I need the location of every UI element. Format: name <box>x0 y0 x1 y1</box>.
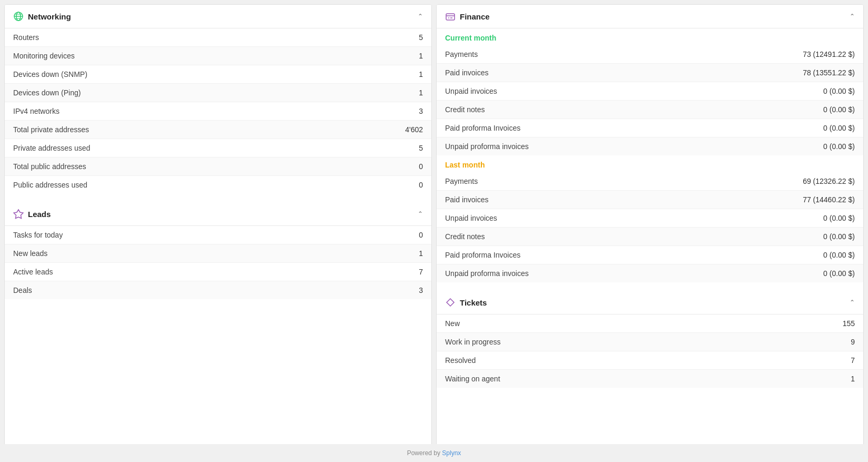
row-value: 73 (12491.22 $) <box>803 50 855 58</box>
table-row: Paid invoices78 (13551.22 $) <box>437 64 863 82</box>
row-label: Work in progress <box>445 338 501 346</box>
row-value: 1 <box>419 249 423 258</box>
table-row: Public addresses used0 <box>5 176 431 194</box>
finance-title: Finance <box>445 11 490 22</box>
row-label: Private addresses used <box>13 144 90 152</box>
table-row: Unpaid proforma invoices0 (0.00 $) <box>437 137 863 155</box>
table-row: Paid proforma Invoices0 (0.00 $) <box>437 119 863 137</box>
table-row: Payments73 (12491.22 $) <box>437 45 863 64</box>
row-label: Unpaid invoices <box>445 87 497 95</box>
networking-chevron-icon: ⌃ <box>418 13 423 20</box>
table-row: Routers5 <box>5 28 431 47</box>
networking-section: Networking ⌃ Routers5Monitoring devices1… <box>5 5 431 198</box>
row-label: Paid proforma Invoices <box>445 251 520 259</box>
leads-chevron-icon: ⌃ <box>418 210 423 218</box>
row-value: 0 (0.00 $) <box>823 232 855 241</box>
row-value: 1 <box>419 70 423 78</box>
table-row: Payments69 (12326.22 $) <box>437 172 863 191</box>
finance-last-rows: Payments69 (12326.22 $)Paid invoices77 (… <box>437 172 863 282</box>
leads-header[interactable]: Leads ⌃ <box>5 202 431 226</box>
row-label: Credit notes <box>445 232 485 241</box>
footer: Powered by Splynx <box>0 444 868 462</box>
row-value: 0 (0.00 $) <box>823 105 855 114</box>
leads-title: Leads <box>13 209 51 219</box>
finance-chevron-icon: ⌃ <box>850 13 855 20</box>
row-label: Routers <box>13 33 39 42</box>
table-row: Paid proforma Invoices0 (0.00 $) <box>437 246 863 264</box>
row-label: Paid invoices <box>445 68 489 77</box>
tickets-section: Tickets ⌃ New155Work in progress9Resolve… <box>437 291 863 392</box>
row-label: Devices down (Ping) <box>13 89 81 97</box>
table-row: Total public addresses0 <box>5 158 431 176</box>
row-value: 3 <box>419 286 423 294</box>
row-label: IPv4 networks <box>13 107 60 115</box>
tickets-title: Tickets <box>445 297 487 308</box>
networking-title: Networking <box>13 11 71 22</box>
leads-icon <box>13 209 24 219</box>
row-label: Unpaid proforma invoices <box>445 142 529 151</box>
row-label: Paid invoices <box>445 195 489 204</box>
tickets-chevron-icon: ⌃ <box>850 299 855 306</box>
table-row: New leads1 <box>5 244 431 263</box>
table-row: New155 <box>437 314 863 333</box>
table-row: Waiting on agent1 <box>437 370 863 388</box>
current-month-label: Current month <box>437 28 863 45</box>
row-value: 1 <box>851 375 855 383</box>
tickets-header[interactable]: Tickets ⌃ <box>437 291 863 314</box>
row-label: Tasks for today <box>13 231 63 239</box>
row-label: Payments <box>445 50 478 58</box>
row-value: 1 <box>419 52 423 60</box>
table-row: Active leads7 <box>5 263 431 281</box>
svg-rect-5 <box>446 14 455 20</box>
table-row: Credit notes0 (0.00 $) <box>437 228 863 246</box>
table-row: Tasks for today0 <box>5 226 431 244</box>
row-value: 78 (13551.22 $) <box>803 68 855 77</box>
table-row: Credit notes0 (0.00 $) <box>437 101 863 119</box>
table-row: Unpaid invoices0 (0.00 $) <box>437 82 863 101</box>
networking-rows: Routers5Monitoring devices1Devices down … <box>5 28 431 198</box>
row-value: 0 (0.00 $) <box>823 87 855 95</box>
row-label: Resolved <box>445 356 476 365</box>
networking-header[interactable]: Networking ⌃ <box>5 5 431 28</box>
finance-icon <box>445 11 456 22</box>
row-label: Monitoring devices <box>13 52 75 60</box>
row-value: 7 <box>419 268 423 276</box>
tickets-rows: New155Work in progress9Resolved7Waiting … <box>437 314 863 392</box>
row-label: Waiting on agent <box>445 375 500 383</box>
row-value: 69 (12326.22 $) <box>803 177 855 185</box>
row-value: 0 <box>419 162 423 171</box>
row-value: 4'602 <box>405 125 423 134</box>
finance-current-rows: Payments73 (12491.22 $)Paid invoices78 (… <box>437 45 863 155</box>
leads-rows: Tasks for today0New leads1Active leads7D… <box>5 226 431 303</box>
row-value: 77 (14460.22 $) <box>803 195 855 204</box>
row-value: 0 (0.00 $) <box>823 214 855 222</box>
row-value: 3 <box>419 107 423 115</box>
table-row: Total private addresses4'602 <box>5 121 431 139</box>
row-label: Unpaid proforma invoices <box>445 269 529 278</box>
splynx-link[interactable]: Splynx <box>442 449 461 457</box>
row-value: 1 <box>419 89 423 97</box>
row-label: New leads <box>13 249 47 258</box>
row-value: 0 (0.00 $) <box>823 124 855 132</box>
row-label: Paid proforma Invoices <box>445 124 520 132</box>
row-value: 7 <box>851 356 855 365</box>
row-value: 5 <box>419 144 423 152</box>
left-panel: Networking ⌃ Routers5Monitoring devices1… <box>4 4 432 458</box>
row-value: 0 <box>419 231 423 239</box>
table-row: Deals3 <box>5 281 431 299</box>
leads-section: Leads ⌃ Tasks for today0New leads1Active… <box>5 202 431 303</box>
row-value: 5 <box>419 33 423 42</box>
row-value: 0 (0.00 $) <box>823 251 855 259</box>
row-label: Public addresses used <box>13 181 87 189</box>
row-value: 155 <box>843 319 855 328</box>
finance-header[interactable]: Finance ⌃ <box>437 5 863 28</box>
row-label: Active leads <box>13 268 53 276</box>
finance-content: Current month Payments73 (12491.22 $)Pai… <box>437 28 863 287</box>
table-row: Work in progress9 <box>437 333 863 351</box>
right-panel: Finance ⌃ Current month Payments73 (1249… <box>436 4 864 458</box>
row-value: 0 (0.00 $) <box>823 142 855 151</box>
row-value: 0 <box>419 181 423 189</box>
row-label: Payments <box>445 177 478 185</box>
table-row: Unpaid proforma invoices0 (0.00 $) <box>437 264 863 282</box>
row-label: Devices down (SNMP) <box>13 70 87 78</box>
